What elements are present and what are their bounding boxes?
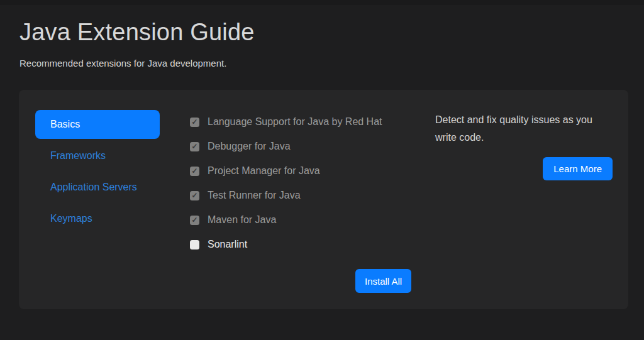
extension-list: ✓ Language Support for Java by Red Hat ✓… [190,114,382,261]
tab-basics[interactable]: Basics [35,110,160,139]
page-subtitle: Recommended extensions for Java developm… [19,58,226,69]
extension-label: Sonarlint [208,239,247,250]
description-panel: Detect and fix quality issues as you wri… [435,111,613,146]
extension-guide-card: Basics Frameworks Application Servers Ke… [19,90,628,309]
install-all-button[interactable]: Install All [355,269,411,293]
description-text-line1: Detect and fix quality issues as you [435,111,613,129]
extension-label: Project Manager for Java [208,165,320,177]
tab-keymaps[interactable]: Keymaps [35,204,160,233]
extension-row-project-manager[interactable]: ✓ Project Manager for Java [190,163,382,178]
checkbox-checked[interactable]: ✓ [190,142,199,151]
extension-row-test-runner[interactable]: ✓ Test Runner for Java [190,188,382,203]
extension-label: Test Runner for Java [208,190,301,201]
check-icon: ✓ [191,216,197,224]
extension-row-maven[interactable]: ✓ Maven for Java [190,212,382,228]
extension-label: Debugger for Java [208,141,291,152]
page-title: Java Extension Guide [19,19,255,46]
check-icon: ✓ [191,118,197,126]
tab-application-servers[interactable]: Application Servers [35,173,160,202]
extension-row-debugger[interactable]: ✓ Debugger for Java [190,139,382,154]
category-tabs: Basics Frameworks Application Servers Ke… [35,110,160,233]
checkbox-checked[interactable]: ✓ [190,167,199,176]
check-icon: ✓ [191,192,197,199]
description-text-line2: write code. [435,129,613,146]
extension-row-language-support[interactable]: ✓ Language Support for Java by Red Hat [190,114,382,129]
checkbox-checked[interactable]: ✓ [190,118,199,127]
checkbox-checked[interactable]: ✓ [190,216,199,225]
checkbox-unchecked[interactable] [190,240,199,250]
extension-label: Maven for Java [208,214,276,226]
check-icon: ✓ [191,143,197,150]
check-icon: ✓ [191,167,197,175]
top-band [0,0,644,5]
learn-more-button[interactable]: Learn More [543,157,613,180]
extension-row-sonarlint[interactable]: Sonarlint [190,237,382,252]
extension-label: Language Support for Java by Red Hat [208,116,382,128]
checkbox-checked[interactable]: ✓ [190,191,199,200]
tab-frameworks[interactable]: Frameworks [35,141,160,170]
java-extension-guide-page: Java Extension Guide Recommended extensi… [0,0,644,340]
